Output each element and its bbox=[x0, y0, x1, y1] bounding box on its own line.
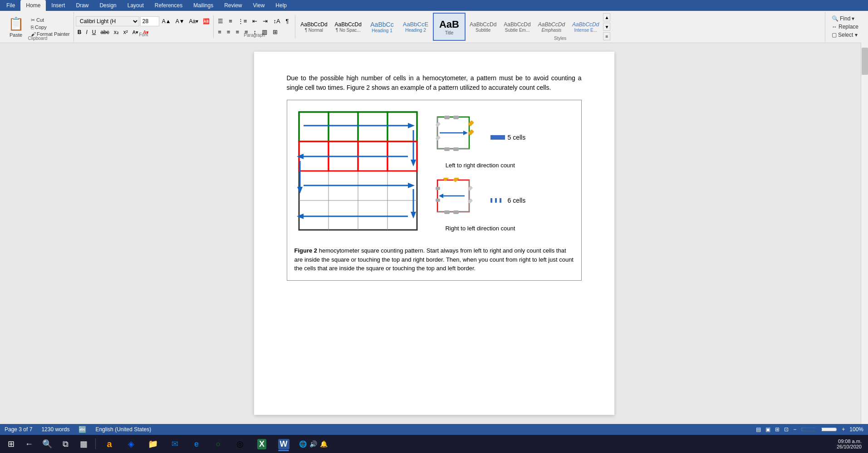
show-hide-button[interactable]: ¶ bbox=[284, 16, 291, 26]
style-emphasis-label: Emphasis bbox=[541, 28, 561, 33]
taskbar-tripadvisor[interactable]: ○ bbox=[208, 436, 228, 452]
notification-icon[interactable]: 🔔 bbox=[320, 440, 328, 448]
replace-button[interactable]: ↔ Replace bbox=[829, 23, 863, 31]
print-layout-icon[interactable]: ▣ bbox=[765, 426, 770, 433]
svg-rect-53 bbox=[436, 187, 440, 190]
tab-layout[interactable]: Layout bbox=[122, 0, 149, 11]
tab-review[interactable]: Review bbox=[219, 0, 247, 11]
editing-group: 🔍 Find ▾ ↔ Replace ▢ Select ▾ bbox=[825, 14, 866, 40]
ltr-svg bbox=[435, 115, 485, 160]
style-title-preview: AaB bbox=[439, 19, 459, 30]
web-layout-icon[interactable]: ⊞ bbox=[775, 426, 780, 433]
copy-button[interactable]: ⎘ Copy bbox=[29, 24, 72, 30]
tab-references[interactable]: References bbox=[149, 0, 188, 11]
rtl-cells-label: 6 cells bbox=[508, 197, 526, 204]
style-heading1-label: Heading 1 bbox=[372, 28, 392, 33]
taskbar-tray: 🌐 🔊 🔔 bbox=[295, 440, 331, 448]
decrease-indent-button[interactable]: ⇤ bbox=[250, 16, 260, 26]
zoom-out-btn[interactable]: − bbox=[793, 426, 796, 433]
excel-icon: X bbox=[257, 439, 266, 449]
select-icon: ▢ bbox=[832, 32, 837, 38]
scroll-thumb[interactable] bbox=[862, 48, 868, 75]
volume-icon: 🔊 bbox=[309, 440, 317, 448]
numbering-button[interactable]: ≡ bbox=[226, 16, 235, 26]
find-button[interactable]: 🔍 Find ▾ bbox=[829, 15, 863, 23]
tab-mailings[interactable]: Mailings bbox=[188, 0, 219, 11]
style-intense-em-preview: AaBbCcDd bbox=[572, 21, 599, 28]
network-icon: 🌐 bbox=[299, 440, 307, 448]
change-case-button[interactable]: Aa▾ bbox=[187, 16, 201, 26]
word-count: 1230 words bbox=[41, 426, 69, 433]
tab-insert[interactable]: Insert bbox=[46, 0, 70, 11]
tab-view[interactable]: View bbox=[248, 0, 270, 11]
style-normal-preview: AaBbCcDd bbox=[300, 21, 327, 28]
style-subtitle-preview: AaBbCcDd bbox=[470, 21, 496, 28]
tab-help[interactable]: Help bbox=[270, 0, 292, 11]
font-family-select[interactable]: Calibri Light (H bbox=[76, 16, 139, 26]
tab-home[interactable]: Home bbox=[20, 0, 46, 11]
paste-icon: 📋 bbox=[8, 16, 24, 31]
styles-scroll-down[interactable]: ▼ bbox=[603, 23, 610, 31]
svg-rect-54 bbox=[436, 199, 440, 202]
back-button[interactable]: ← bbox=[21, 436, 37, 452]
copy-icon: ⎘ bbox=[31, 24, 34, 30]
figure-content: 5 cells Left to right direction count bbox=[294, 107, 574, 239]
sort-button[interactable]: ↕A bbox=[271, 16, 282, 26]
clear-format-button[interactable]: 🆎 bbox=[201, 16, 211, 26]
taskbar-mail[interactable]: ✉ bbox=[165, 436, 185, 452]
tab-design[interactable]: Design bbox=[94, 0, 122, 11]
taskbar-amazon[interactable]: a bbox=[99, 436, 119, 452]
svg-marker-26 bbox=[411, 212, 416, 219]
taskbar-clock[interactable]: 09:08 a.m. 26/10/2020 bbox=[837, 438, 865, 449]
page-info: Page 3 of 7 bbox=[5, 426, 32, 433]
chrome-icon: ◎ bbox=[236, 439, 244, 449]
widgets-button[interactable]: ▦ bbox=[75, 436, 92, 452]
tab-draw[interactable]: Draw bbox=[70, 0, 94, 11]
taskbar-dropbox[interactable]: ◈ bbox=[121, 436, 141, 452]
svg-marker-12 bbox=[408, 123, 415, 128]
svg-rect-50 bbox=[467, 198, 473, 204]
paragraph1[interactable]: Due to the possible high number of cells… bbox=[287, 73, 582, 93]
focus-mode-icon[interactable]: ⊡ bbox=[784, 426, 789, 433]
decrease-font-button[interactable]: A▼ bbox=[174, 16, 186, 26]
taskbar-explorer[interactable]: 📁 bbox=[143, 436, 163, 452]
paragraph-group: ☰ ≡ ⋮≡ ⇤ ⇥ ↕A ¶ ≡ ≡ ≡ ≡ ↕ ▥ ⊞ Paragraph bbox=[214, 15, 295, 39]
style-subtle-em-label: Subtle Em... bbox=[505, 28, 530, 33]
clipboard-group: 📋 Paste ✂ Cut ⎘ Copy 🖌 Format Painter Cl… bbox=[2, 12, 74, 42]
svg-rect-41 bbox=[435, 135, 441, 141]
tab-file[interactable]: File bbox=[1, 0, 20, 11]
svg-rect-52 bbox=[453, 210, 459, 214]
taskbar-excel[interactable]: X bbox=[252, 436, 272, 452]
vertical-scrollbar[interactable] bbox=[861, 43, 868, 424]
svg-rect-39 bbox=[453, 147, 459, 151]
taskbar-chrome[interactable]: ◎ bbox=[230, 436, 250, 452]
search-button[interactable]: 🔍 bbox=[39, 436, 55, 452]
cut-button[interactable]: ✂ Cut bbox=[29, 17, 72, 24]
grid-diagram bbox=[294, 107, 422, 239]
multilevel-list-button[interactable]: ⋮≡ bbox=[235, 16, 250, 26]
style-subtitle-label: Subtitle bbox=[476, 28, 490, 33]
font-label: Font bbox=[74, 32, 213, 37]
bullets-button[interactable]: ☰ bbox=[216, 16, 226, 26]
taskbar-edge[interactable]: e bbox=[186, 436, 206, 452]
style-heading1-preview: AaBbCc bbox=[370, 21, 393, 28]
amazon-icon: a bbox=[107, 439, 112, 449]
select-button[interactable]: ▢ Select ▾ bbox=[829, 31, 863, 39]
ltr-legend: 5 cells bbox=[490, 134, 526, 141]
start-button[interactable]: ⊞ bbox=[3, 436, 19, 452]
font-size-input[interactable] bbox=[140, 16, 159, 26]
read-mode-icon[interactable]: ▤ bbox=[756, 426, 761, 433]
zoom-slider[interactable] bbox=[801, 426, 837, 433]
right-diagrams: 5 cells Left to right direction count bbox=[435, 115, 526, 232]
styles-group: AaBbCcDd ¶ Normal AaBbCcDd ¶ No Spac... … bbox=[295, 12, 825, 42]
task-view-button[interactable]: ⧉ bbox=[57, 436, 74, 452]
mini-diagram-rtl: 6 cells bbox=[435, 178, 526, 223]
ribbon: File Home Insert Draw Design Layout Refe… bbox=[0, 0, 868, 43]
svg-marker-46 bbox=[439, 194, 443, 198]
style-no-spacing-label: ¶ No Spac... bbox=[336, 28, 361, 33]
increase-indent-button[interactable]: ⇥ bbox=[260, 16, 270, 26]
increase-font-button[interactable]: A▲ bbox=[160, 16, 173, 26]
zoom-in-btn[interactable]: + bbox=[842, 426, 845, 433]
styles-scroll-up[interactable]: ▲ bbox=[603, 13, 610, 21]
taskbar-word[interactable]: W bbox=[274, 436, 294, 452]
